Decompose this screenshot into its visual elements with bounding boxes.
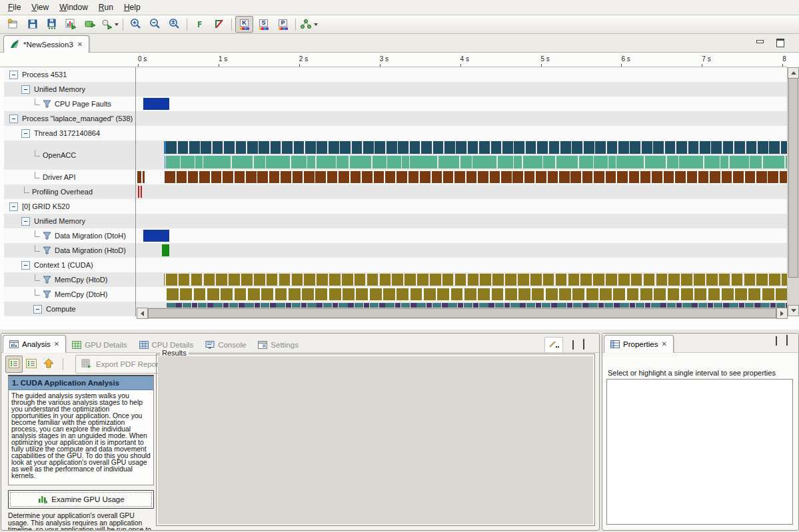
- interval-bar[interactable]: [537, 141, 548, 154]
- interval-bar[interactable]: [383, 288, 395, 300]
- interval-bar[interactable]: [317, 274, 328, 286]
- timeline-row[interactable]: Process "laplace_managed" (538): [0, 111, 788, 126]
- interval-bar[interactable]: [223, 171, 233, 183]
- interval-bar[interactable]: [224, 141, 235, 154]
- session-tab[interactable]: *NewSession3 ✕: [3, 35, 89, 53]
- interval-bar[interactable]: [438, 156, 459, 168]
- interval-bar[interactable]: [327, 171, 338, 183]
- interval-bar[interactable]: [385, 171, 396, 183]
- interval-bar[interactable]: [235, 171, 245, 183]
- interval-bar[interactable]: [398, 141, 408, 154]
- interval-bar[interactable]: [404, 274, 416, 286]
- interval-bar[interactable]: [329, 274, 341, 286]
- interval-bar[interactable]: [143, 98, 169, 110]
- tree-expander-icon[interactable]: [21, 85, 30, 94]
- interval-bar[interactable]: [375, 141, 385, 154]
- interval-bar[interactable]: [177, 171, 187, 183]
- row-track[interactable]: [136, 199, 788, 214]
- row-label-cell[interactable]: Profiling Overhead: [4, 184, 136, 199]
- interval-bar[interactable]: [681, 274, 692, 286]
- interval-bar[interactable]: [392, 274, 403, 286]
- row-label-cell[interactable]: CPU Page Faults: [4, 97, 136, 111]
- interval-bar[interactable]: [594, 156, 608, 168]
- interval-bar[interactable]: [532, 288, 544, 300]
- interval-bar[interactable]: [180, 288, 192, 300]
- interval-bar[interactable]: [307, 156, 315, 168]
- maximize-button[interactable]: [583, 341, 584, 349]
- close-icon[interactable]: ✕: [77, 41, 83, 48]
- interval-bar[interactable]: [524, 171, 535, 183]
- interval-bar[interactable]: [387, 141, 397, 154]
- back-to-parent-button[interactable]: [40, 356, 57, 373]
- interval-bar[interactable]: [719, 274, 730, 286]
- interval-bar[interactable]: [443, 171, 454, 183]
- interval-bar[interactable]: [221, 288, 233, 300]
- interval-bar[interactable]: [165, 171, 175, 183]
- row-label-cell[interactable]: [0] GRID K520: [4, 199, 136, 214]
- tab-gpu-details[interactable]: GPU Details: [66, 336, 133, 353]
- row-track[interactable]: [136, 126, 788, 140]
- interval-bar[interactable]: [143, 171, 145, 183]
- scroll-down-button[interactable]: [788, 305, 799, 316]
- interval-bar[interactable]: [350, 156, 372, 168]
- row-track[interactable]: [136, 243, 788, 258]
- interval-bar[interactable]: [194, 288, 206, 300]
- interval-bar[interactable]: [642, 141, 652, 154]
- interval-bar[interactable]: [498, 156, 513, 168]
- horizontal-scrollbar[interactable]: [137, 308, 788, 319]
- timeline-row[interactable]: MemCpy (HtoD): [0, 272, 788, 287]
- interval-bar[interactable]: [536, 171, 546, 183]
- interval-bar[interactable]: [329, 141, 339, 154]
- interval-bar[interactable]: [478, 288, 490, 300]
- row-label-cell[interactable]: MemCpy (DtoH): [4, 287, 136, 302]
- interval-bar[interactable]: [708, 288, 720, 300]
- maximize-button[interactable]: [786, 337, 788, 345]
- interval-bar[interactable]: [248, 288, 260, 300]
- interval-bar[interactable]: [424, 288, 436, 300]
- interval-bar[interactable]: [572, 141, 582, 154]
- interval-bar[interactable]: [629, 171, 640, 183]
- interval-bar[interactable]: [191, 274, 203, 286]
- interval-bar[interactable]: [631, 274, 642, 286]
- interval-bar[interactable]: [606, 171, 616, 183]
- row-track[interactable]: [136, 111, 788, 126]
- interval-bar[interactable]: [315, 171, 326, 183]
- interval-bar[interactable]: [421, 141, 432, 154]
- timeline-row[interactable]: OpenACC: [0, 140, 788, 170]
- interval-bar[interactable]: [652, 171, 662, 183]
- interval-bar[interactable]: [410, 156, 437, 168]
- row-label-cell[interactable]: Data Migration (DtoH): [4, 228, 136, 243]
- interval-bar[interactable]: [640, 288, 652, 300]
- interval-bar[interactable]: [730, 156, 749, 168]
- interval-bar[interactable]: [523, 156, 542, 168]
- interval-bar[interactable]: [687, 171, 698, 183]
- interval-bar[interactable]: [530, 274, 542, 286]
- interval-bar[interactable]: [235, 288, 247, 300]
- save-button[interactable]: [23, 16, 41, 33]
- interval-bar[interactable]: [289, 288, 301, 300]
- interval-bar[interactable]: [281, 171, 291, 183]
- interval-bar[interactable]: [373, 156, 387, 168]
- interval-bar[interactable]: [735, 288, 747, 300]
- interval-bar[interactable]: [723, 141, 734, 154]
- interval-bar[interactable]: [700, 141, 710, 154]
- tree-expander-icon[interactable]: [9, 71, 18, 79]
- interval-bar[interactable]: [572, 288, 584, 300]
- interval-bar[interactable]: [546, 288, 558, 300]
- maximize-button[interactable]: [776, 39, 784, 46]
- interval-bar[interactable]: [627, 288, 639, 300]
- interval-bar[interactable]: [229, 274, 240, 286]
- interval-bar[interactable]: [315, 288, 327, 300]
- vertical-scrollbar[interactable]: [787, 67, 799, 316]
- interval-bar[interactable]: [179, 274, 190, 286]
- interval-bar[interactable]: [282, 141, 293, 154]
- interval-bar[interactable]: [454, 171, 465, 183]
- interval-bar[interactable]: [548, 171, 558, 183]
- interval-bar[interactable]: [356, 288, 368, 300]
- interval-bar[interactable]: [351, 171, 361, 183]
- interval-bar[interactable]: [340, 141, 351, 154]
- row-track[interactable]: [136, 140, 788, 170]
- row-track[interactable]: [136, 258, 788, 272]
- close-icon[interactable]: ✕: [661, 340, 666, 348]
- interval-bar[interactable]: [595, 141, 606, 154]
